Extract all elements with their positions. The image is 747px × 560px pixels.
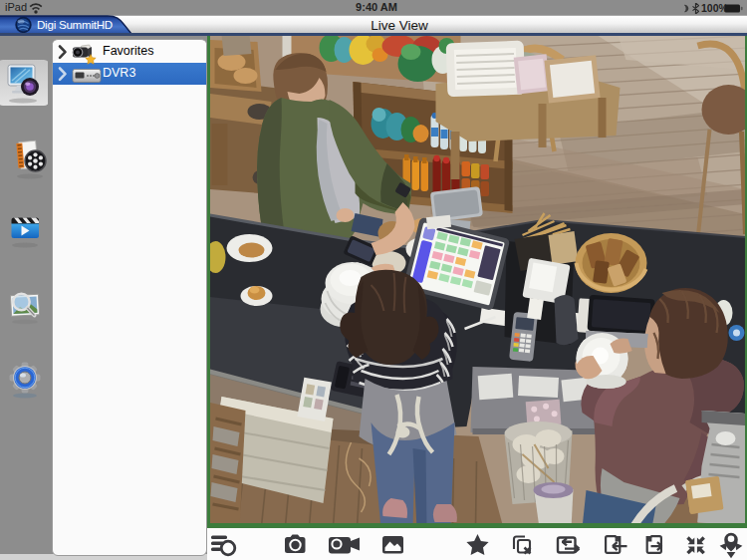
- svg-text:Digi SummitHD: Digi SummitHD: [37, 18, 113, 31]
